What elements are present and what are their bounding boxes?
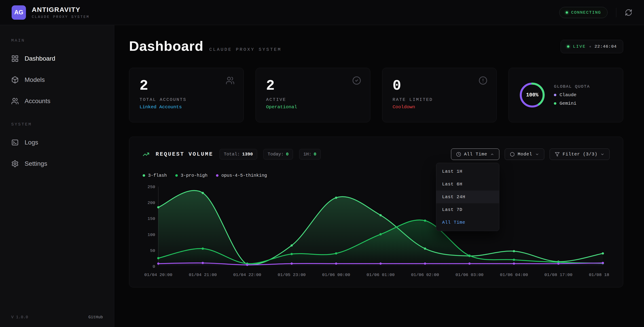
app-subtitle: CLAUDE PROXY SYSTEM — [32, 15, 90, 19]
cube-icon — [11, 76, 19, 84]
stat-card-rate-limited: 0 RATE LIMITED Cooldown — [382, 68, 497, 122]
live-time: 22:46:04 — [594, 44, 617, 49]
clock-icon — [456, 152, 461, 157]
svg-text:50: 50 — [150, 248, 155, 253]
sidebar-section-system: SYSTEM — [11, 122, 114, 127]
sidebar-item-models[interactable]: Models — [0, 69, 114, 90]
brand-text: ANTIGRAVITY CLAUDE PROXY SYSTEM — [32, 6, 90, 19]
stats-row: 2 TOTAL ACCOUNTS Linked Accounts 2 ACTIV… — [129, 68, 623, 122]
series-dot-icon — [216, 174, 218, 177]
terminal-icon — [11, 139, 19, 146]
sidebar-item-dashboard[interactable]: Dashboard — [0, 48, 114, 69]
stat-card-total-accounts: 2 TOTAL ACCOUNTS Linked Accounts — [129, 68, 244, 122]
separator-dot-icon — [590, 46, 591, 48]
quota-legend-label: Claude — [560, 92, 576, 98]
connection-status-badge: CONNECTING — [559, 7, 608, 18]
app-title: ANTIGRAVITY — [32, 6, 90, 14]
dropdown-item-all-time[interactable]: All Time — [436, 216, 499, 229]
cube-icon — [510, 152, 515, 157]
sidebar-footer: V 1.0.0 GitHub — [11, 315, 103, 320]
quota-legend-claude: Claude — [554, 92, 590, 98]
svg-text:01/06 04:00: 01/06 04:00 — [500, 272, 528, 277]
stat-card-global-quota: 100% GLOBAL QUOTA Claude Gemini — [508, 68, 623, 122]
svg-text:0: 0 — [153, 264, 155, 269]
app-logo: AG — [12, 5, 26, 20]
quota-legend-gemini: Gemini — [554, 101, 590, 106]
stat-label: RATE LIMITED — [393, 97, 486, 102]
app-header: AG ANTIGRAVITY CLAUDE PROXY SYSTEM CONNE… — [0, 0, 644, 25]
svg-text:01/06 03:00: 01/06 03:00 — [456, 272, 484, 277]
sidebar-item-accounts[interactable]: Accounts — [0, 90, 114, 112]
series-dot-icon — [143, 174, 145, 177]
claude-dot-icon — [554, 94, 556, 96]
trend-up-icon — [143, 151, 149, 158]
check-circle-icon — [352, 76, 361, 85]
sidebar-item-label: Accounts — [24, 98, 50, 105]
dropdown-item-last-7d[interactable]: Last 7D — [436, 203, 499, 216]
dropdown-item-last-6h[interactable]: Last 6H — [436, 178, 499, 190]
chevron-up-icon — [490, 152, 494, 156]
stat-sub: Operational — [266, 104, 360, 110]
stat-value: 0 — [393, 78, 486, 94]
live-status-badge: LIVE 22:46:04 — [560, 40, 623, 53]
stat-value: 2 — [266, 78, 360, 94]
filter-button[interactable]: Filter (3/3) — [550, 148, 610, 160]
legend-item-opus: opus-4-5-thinking — [216, 173, 267, 178]
sidebar-item-settings[interactable]: Settings — [0, 153, 114, 174]
page-title: Dashboard — [129, 38, 204, 54]
dropdown-item-last-1h[interactable]: Last 1H — [436, 165, 499, 178]
layout-grid-icon — [11, 55, 19, 62]
header-right: CONNECTING — [559, 7, 632, 18]
github-link[interactable]: GitHub — [88, 315, 103, 320]
svg-text:01/04 20:00: 01/04 20:00 — [144, 272, 172, 277]
chart-legend: 3-flash 3-pro-high opus-4-5-thinking — [143, 173, 610, 178]
live-dot-icon — [567, 46, 569, 48]
svg-text:250: 250 — [148, 184, 155, 190]
svg-text:01/08 18:00: 01/08 18:00 — [589, 272, 610, 277]
svg-text:01/06 00:00: 01/06 00:00 — [322, 272, 350, 277]
sidebar-section-main: MAIN — [11, 38, 114, 43]
stat-sub: Cooldown — [393, 104, 486, 110]
time-range-button[interactable]: All Time — [451, 148, 499, 160]
dropdown-item-last-24h[interactable]: Last 24H — [436, 190, 499, 203]
status-dot-icon — [566, 12, 568, 14]
one-hour-badge: 1H: 0 — [299, 149, 321, 160]
page-subtitle: CLAUDE PROXY SYSTEM — [209, 47, 282, 52]
users-icon — [11, 97, 19, 105]
series-dot-icon — [175, 174, 178, 177]
quota-label: GLOBAL QUOTA — [554, 84, 590, 89]
stat-value: 2 — [140, 78, 233, 94]
gemini-dot-icon — [554, 102, 556, 105]
quota-legend-label: Gemini — [560, 101, 576, 106]
today-badge: Today: 0 — [264, 149, 293, 160]
sidebar-item-label: Dashboard — [24, 55, 55, 62]
refresh-icon — [625, 9, 632, 16]
stat-label: TOTAL ACCOUNTS — [140, 97, 233, 102]
version-label: V 1.0.0 — [11, 315, 28, 320]
sidebar: MAIN Dashboard Models Accounts SYSTEM Lo — [0, 25, 114, 327]
model-filter-button[interactable]: Model — [505, 148, 544, 160]
brand: AG ANTIGRAVITY CLAUDE PROXY SYSTEM — [12, 5, 90, 20]
sidebar-item-label: Models — [24, 76, 45, 84]
stat-sub: Linked Accounts — [140, 104, 233, 110]
sidebar-item-logs[interactable]: Logs — [0, 132, 114, 153]
request-volume-card: REQUEST VOLUME Total: 1390 Today: 0 1H: … — [129, 137, 623, 288]
connection-status-label: CONNECTING — [571, 10, 601, 15]
time-range-dropdown: Last 1H Last 6H Last 24H Last 7D All Tim… — [436, 163, 499, 231]
svg-text:100: 100 — [148, 232, 155, 237]
legend-item-3-pro-high: 3-pro-high — [175, 173, 208, 178]
svg-text:01/05 23:00: 01/05 23:00 — [278, 272, 306, 277]
refresh-button[interactable] — [625, 9, 632, 16]
svg-text:01/08 17:00: 01/08 17:00 — [544, 272, 572, 277]
main-content: Dashboard CLAUDE PROXY SYSTEM LIVE 22:46… — [114, 25, 644, 327]
svg-text:01/06 01:00: 01/06 01:00 — [366, 272, 394, 277]
users-icon — [226, 76, 234, 85]
chevron-down-icon — [535, 152, 539, 156]
quota-percent: 100% — [519, 82, 546, 108]
chart-header: REQUEST VOLUME Total: 1390 Today: 0 1H: … — [143, 148, 610, 160]
stat-card-active: 2 ACTIVE Operational — [256, 68, 370, 122]
quota-ring: 100% — [519, 82, 546, 108]
header-divider — [616, 8, 616, 17]
alert-circle-icon — [478, 76, 488, 85]
funnel-icon — [555, 152, 560, 157]
